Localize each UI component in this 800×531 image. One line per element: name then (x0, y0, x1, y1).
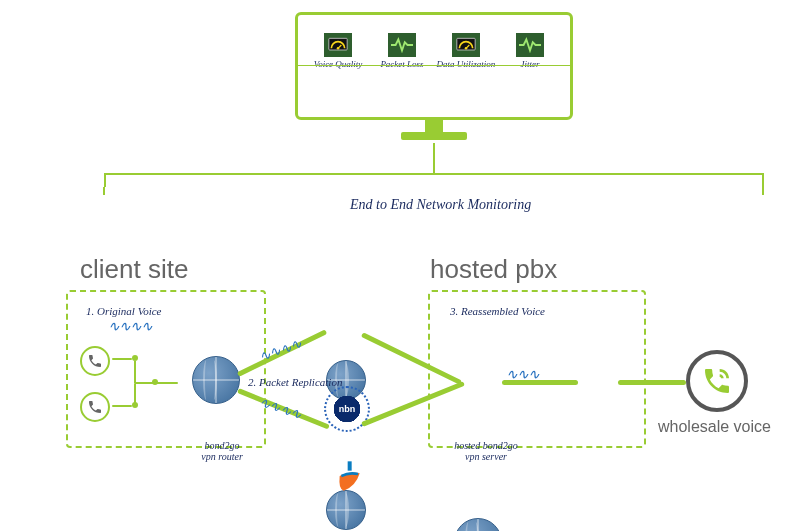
wholesale-voice-icon (686, 350, 748, 412)
bracket-stub-left (103, 187, 105, 195)
wholesale-voice-label: wholesale voice (658, 418, 771, 436)
link-vert (134, 361, 136, 383)
hosted-pbx-title: hosted pbx (430, 254, 557, 285)
metric-data-utilization: Data Utilization (436, 33, 496, 69)
link-vert (134, 384, 136, 404)
server-label: hosted bond2go vpn server (446, 440, 526, 462)
step3-label: 3. Reassembled Voice (450, 305, 545, 317)
metric-label: Data Utilization (437, 59, 496, 69)
monitor-screen: Voice Quality Packet Loss Data Utilizati… (295, 12, 573, 120)
globe-router-icon (192, 356, 240, 404)
metric-label: Jitter (521, 59, 540, 69)
phone-icon (80, 346, 110, 376)
globe-server-icon (454, 518, 502, 531)
metric-jitter: Jitter (500, 33, 560, 69)
bracket-stub-right (762, 187, 764, 195)
phone-link (112, 358, 132, 360)
globe-path-bottom-icon (326, 490, 366, 530)
bracket-label: End to End Network Monitoring (350, 197, 531, 213)
metric-packet-loss: Packet Loss (372, 33, 432, 69)
router-label: bond2go vpn router (192, 440, 252, 462)
link-rack-wholesale (618, 380, 686, 385)
monitoring-bracket (104, 173, 764, 187)
pulse-icon (388, 33, 416, 57)
monitor-stand-base (401, 132, 467, 140)
pulse-icon (516, 33, 544, 57)
gauge-icon (324, 33, 352, 57)
nbn-logo: nbn (330, 392, 364, 426)
client-site-title: client site (80, 254, 188, 285)
step2-label: 2. Packet Replication (248, 376, 342, 388)
metric-voice-quality: Voice Quality (308, 33, 368, 69)
telstra-logo (335, 460, 363, 496)
link-dot (152, 379, 158, 385)
signal-wave: ∿∿∿∿ (108, 318, 152, 335)
link-globe-rack (502, 380, 578, 385)
step1-label: 1. Original Voice (86, 305, 161, 317)
metric-label: Voice Quality (314, 59, 363, 69)
gauge-icon (452, 33, 480, 57)
phone-icon (80, 392, 110, 422)
bracket-connector (433, 143, 435, 173)
nbn-text: nbn (339, 404, 356, 414)
metric-label: Packet Loss (380, 59, 423, 69)
phone-link (112, 405, 132, 407)
